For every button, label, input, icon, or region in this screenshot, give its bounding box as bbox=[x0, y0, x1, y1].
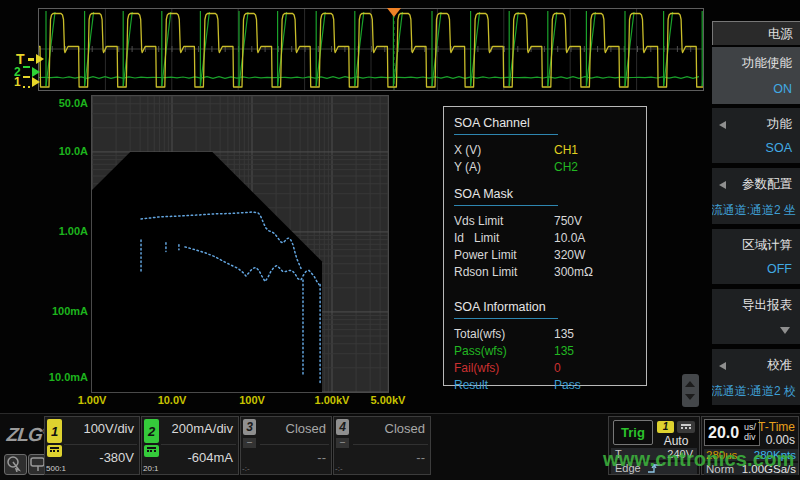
probe-ratio: -:- bbox=[335, 464, 343, 473]
channel-1-box[interactable]: 1 500:1 100V/div -380V bbox=[44, 416, 140, 475]
x-tick-label: 5.00kV bbox=[370, 394, 405, 406]
info-row-result: Result Pass bbox=[454, 377, 646, 394]
x-channel-label: X (V) bbox=[454, 142, 554, 159]
arrow-right-icon bbox=[32, 77, 40, 87]
chevron-down-icon bbox=[780, 327, 790, 334]
timebase-unit: us/ div bbox=[744, 422, 756, 442]
timebase-value: 20.0 bbox=[708, 424, 739, 442]
trigger-status: Trig bbox=[613, 420, 653, 445]
y-channel-label: Y (A) bbox=[454, 159, 554, 176]
sidebar-item-function-enable[interactable]: 功能使能 ON bbox=[712, 47, 800, 104]
channel-3-state: Closed bbox=[260, 421, 326, 436]
mask-row: Vds Limit 750V bbox=[454, 213, 646, 230]
soa-information-title: SOA Information bbox=[454, 297, 646, 318]
sidebar-item-function[interactable]: 功能 SOA bbox=[712, 108, 800, 163]
trigger-position-icon[interactable] bbox=[387, 8, 401, 17]
soa-mask-title: SOA Mask bbox=[454, 184, 646, 205]
scrolling-config-text: 电流通道:通道2 坐 bbox=[712, 202, 796, 219]
t-time-value: 0.00s bbox=[766, 433, 795, 447]
channel-4-offset: -- bbox=[353, 450, 425, 465]
section-rule bbox=[454, 134, 558, 135]
channel-2-box[interactable]: 2 20:1 200mA/div -604mA bbox=[141, 416, 239, 475]
x-tick-label: 100V bbox=[239, 394, 265, 406]
channel-1-marker[interactable]: 1 bbox=[14, 75, 40, 89]
section-rule bbox=[454, 205, 558, 206]
x-tick-label: 1.00kV bbox=[315, 394, 350, 406]
divider bbox=[260, 444, 329, 445]
mask-row: Power Limit 320W bbox=[454, 247, 646, 264]
waveform-canvas bbox=[39, 9, 703, 90]
touch-tool-button[interactable] bbox=[4, 454, 27, 475]
oscilloscope-screen: T 2 1 1.00V10.0V100V1.00kV5.00kV50.0A10.… bbox=[0, 0, 800, 480]
x-tick-label: 10.0V bbox=[158, 394, 187, 406]
probe-ratio: 20:1 bbox=[143, 464, 159, 473]
section-rule bbox=[454, 318, 558, 319]
channel-1-scale: 100V/div bbox=[64, 421, 134, 436]
sidebar-item-power[interactable]: 电源 bbox=[712, 21, 800, 45]
y-tick-label: 10.0mA bbox=[34, 371, 88, 383]
timebase-scale-box: 20.0 us/ div bbox=[704, 419, 760, 446]
soa-plot bbox=[92, 96, 388, 392]
soa-plot-canvas bbox=[92, 96, 388, 392]
chevron-up-icon[interactable] bbox=[685, 381, 695, 387]
mask-row: Rdson Limit 300mΩ bbox=[454, 264, 646, 281]
chevron-left-icon bbox=[719, 121, 726, 129]
scrolling-config-text: 电流通道:通道2 校 bbox=[712, 383, 796, 400]
channel-2-scale: 200mA/div bbox=[161, 421, 233, 436]
divider bbox=[161, 444, 236, 445]
waveform-strip bbox=[38, 8, 704, 91]
coupling-off-icon: – bbox=[336, 438, 349, 448]
soa-y-channel-row: Y (A) CH2 bbox=[454, 159, 646, 176]
dc-coupling-icon bbox=[144, 445, 159, 457]
dc-coupling-icon bbox=[47, 445, 62, 457]
y-tick-label: 50.0A bbox=[34, 97, 88, 109]
sidebar-item-parameter-config[interactable]: 参数配置 电流通道:通道2 坐 bbox=[712, 168, 800, 224]
channel-2-badge: 2 bbox=[144, 419, 159, 443]
trigger-mode: Auto bbox=[655, 434, 697, 448]
chevron-left-icon bbox=[719, 181, 726, 189]
divider bbox=[353, 444, 428, 445]
t-time-label: T-Time bbox=[758, 420, 795, 434]
arrow-right-icon bbox=[36, 54, 44, 64]
soa-x-channel-row: X (V) CH1 bbox=[454, 142, 646, 159]
sidebar-item-export-report[interactable]: 导出报表 bbox=[712, 289, 800, 344]
menu-scroll-control[interactable] bbox=[682, 374, 699, 407]
trigger-coupling-icon bbox=[677, 421, 695, 433]
coupling-off-icon: – bbox=[243, 438, 256, 448]
arrow-shaft-icon bbox=[28, 58, 34, 61]
mask-row: Id Limit 10.0A bbox=[454, 230, 646, 247]
touch-icon bbox=[5, 455, 24, 472]
sidebar-item-area-calculation[interactable]: 区域计算 OFF bbox=[712, 229, 800, 284]
info-row-pass: Pass(wfs) 135 bbox=[454, 343, 646, 360]
soa-info-panel: SOA Channel X (V) CH1 Y (A) CH2 SOA Mask… bbox=[443, 106, 647, 386]
y-tick-label: 1.00A bbox=[34, 225, 88, 237]
channel-1-offset: -380V bbox=[64, 450, 134, 465]
channel-2-offset: -604mA bbox=[161, 450, 233, 465]
channel-3-badge: 3 bbox=[243, 419, 256, 435]
info-row-fail: Fail(wfs) 0 bbox=[454, 360, 646, 377]
channel-1-label: 1 bbox=[14, 75, 21, 89]
channel-3-box[interactable]: 3 – -:- Closed -- bbox=[240, 416, 332, 475]
info-row-total: Total(wfs) 135 bbox=[454, 326, 646, 343]
channel-4-box[interactable]: 4 – -:- Closed -- bbox=[333, 416, 431, 475]
x-channel-value: CH1 bbox=[554, 142, 578, 159]
trigger-source-badge: 1 bbox=[657, 421, 674, 433]
soa-channel-title: SOA Channel bbox=[454, 113, 646, 134]
brand-logo: ZLG® bbox=[6, 424, 49, 446]
y-tick-label: 100mA bbox=[34, 305, 88, 317]
chevron-down-icon[interactable] bbox=[685, 394, 695, 400]
sidebar-item-calibration[interactable]: 校准 电流通道:通道2 校 bbox=[712, 349, 800, 405]
channel-4-state: Closed bbox=[353, 421, 425, 436]
chevron-left-icon bbox=[719, 362, 726, 370]
probe-ratio: -:- bbox=[242, 464, 250, 473]
y-tick-label: 10.0A bbox=[34, 145, 88, 157]
channel-4-badge: 4 bbox=[336, 419, 349, 435]
channel-1-badge: 1 bbox=[47, 419, 62, 443]
channel-3-offset: -- bbox=[260, 450, 326, 465]
probe-ratio: 500:1 bbox=[46, 464, 66, 473]
y-channel-value: CH2 bbox=[554, 159, 578, 176]
divider bbox=[64, 444, 137, 445]
coupling-icon bbox=[23, 76, 30, 88]
watermark: www.cntronics.com bbox=[603, 448, 795, 471]
x-tick-label: 1.00V bbox=[78, 394, 107, 406]
